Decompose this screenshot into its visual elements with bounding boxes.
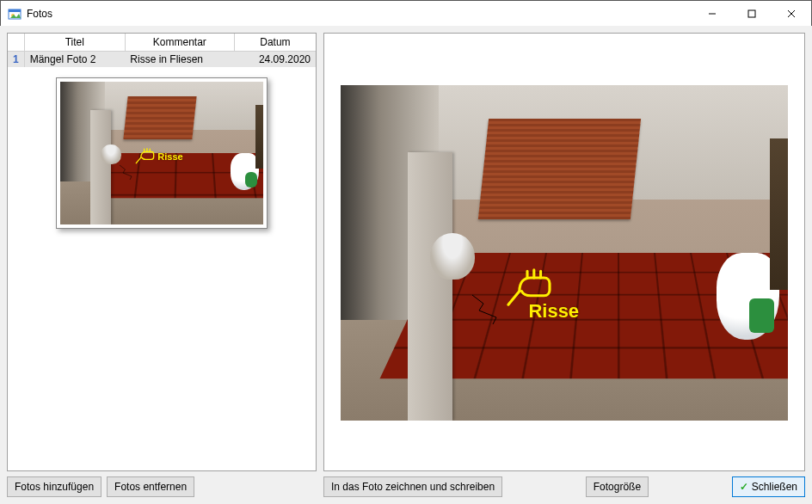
check-icon: ✓	[740, 481, 748, 493]
close-button[interactable]: ✓Schließen	[732, 476, 805, 497]
photo-thumbnail[interactable]: Risse	[56, 77, 268, 229]
photo-size-button[interactable]: Fotogröße	[586, 476, 649, 497]
add-photos-button[interactable]: Fotos hinzufügen	[7, 476, 102, 497]
photo-preview[interactable]: Risse	[341, 85, 788, 421]
maximize-button[interactable]	[732, 1, 772, 27]
col-comment[interactable]: Kommentar	[125, 34, 234, 52]
col-title[interactable]: Titel	[24, 34, 125, 52]
svg-rect-4	[748, 10, 755, 17]
minimize-button[interactable]	[692, 1, 732, 27]
app-icon	[8, 7, 22, 21]
photo-preview-pane: Risse	[323, 33, 805, 471]
window-title: Fotos	[27, 8, 52, 20]
row-title: Mängel Foto 2	[24, 52, 125, 68]
svg-rect-1	[9, 9, 21, 12]
rownum-header[interactable]	[8, 34, 24, 52]
close-button-label: Schließen	[752, 481, 797, 493]
table-row[interactable]: 1 Mängel Foto 2 Risse in Fliesen 24.09.2…	[8, 52, 316, 68]
col-date[interactable]: Datum	[234, 34, 316, 52]
row-date: 24.09.2020	[234, 52, 316, 68]
row-comment: Risse in Fliesen	[125, 52, 234, 68]
close-window-button[interactable]	[772, 1, 811, 27]
photo-table[interactable]: Titel Kommentar Datum 1 Mängel Foto 2 Ri…	[8, 34, 316, 67]
titlebar: Fotos	[1, 1, 811, 27]
remove-photos-button[interactable]: Fotos entfernen	[107, 476, 194, 497]
photo-list-pane: Titel Kommentar Datum 1 Mängel Foto 2 Ri…	[7, 33, 317, 471]
row-number: 1	[8, 52, 24, 68]
draw-on-photo-button[interactable]: In das Foto zeichnen und schreiben	[323, 476, 502, 497]
